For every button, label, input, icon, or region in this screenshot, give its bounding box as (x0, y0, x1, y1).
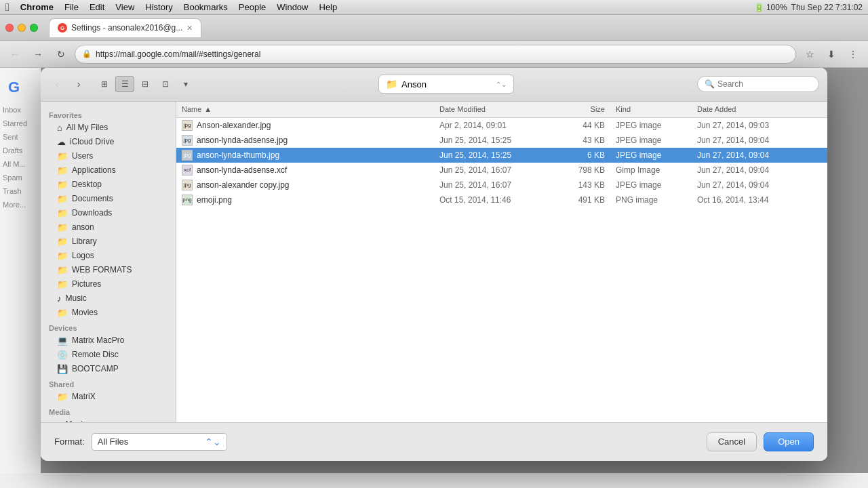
format-picker[interactable]: All Files ⌃⌄ (92, 433, 227, 451)
column-name[interactable]: Name ▲ (182, 105, 439, 113)
reload-button[interactable]: ↻ (52, 45, 71, 64)
sidebar-item-remote-disc[interactable]: 💿 Remote Disc (43, 348, 173, 362)
menu-button[interactable]: ⋮ (844, 45, 863, 64)
column-view-button[interactable]: ⊟ (136, 76, 155, 92)
sidebar-item-music[interactable]: ♪ Music (43, 291, 173, 306)
open-button[interactable]: Open (764, 432, 814, 451)
table-row[interactable]: png emoji.png Oct 15, 2014, 11:46 491 KB… (176, 192, 827, 207)
file-open-dialog: ‹ › ⊞ ☰ ⊟ ⊡ ▾ 📁 Anson ⌃⌄ (41, 68, 827, 461)
back-button[interactable]: ← (5, 45, 24, 64)
maximize-button[interactable] (30, 24, 38, 32)
menu-help[interactable]: Help (314, 2, 343, 12)
media-section-label: Media (41, 404, 176, 418)
sort-arrow-icon: ▲ (204, 105, 212, 113)
sidebar-item-movies[interactable]: 📁 Movies (43, 306, 173, 320)
cover-view-button[interactable]: ⊡ (156, 76, 175, 92)
file-thumbnail: xcf (182, 165, 193, 176)
folder-icon: 📁 (57, 265, 68, 275)
location-name: Anson (401, 79, 427, 89)
menu-people[interactable]: People (233, 2, 271, 12)
sidebar-item-label: Logos (72, 251, 94, 260)
window-controls (5, 24, 38, 32)
sidebar-item-documents[interactable]: 📁 Documents (43, 192, 173, 206)
folder-icon: 📁 (57, 308, 68, 318)
view-buttons: ⊞ ☰ ⊟ ⊡ ▾ (95, 76, 195, 92)
sidebar-item-label: Documents (72, 194, 113, 203)
table-row[interactable]: jpg Anson-alexander.jpg Apr 2, 2014, 09:… (176, 118, 827, 133)
minimize-button[interactable] (18, 24, 26, 32)
download-button[interactable]: ⬇ (822, 45, 841, 64)
table-row[interactable]: jpg anson-lynda-adsense.jpg Jun 25, 2014… (176, 133, 827, 148)
table-row[interactable]: jpg anson-alexander copy.jpg Jun 25, 201… (176, 178, 827, 192)
tab-favicon: G (58, 23, 67, 33)
menu-window[interactable]: Window (271, 2, 313, 12)
gmail-spam-label: Spam (3, 172, 38, 183)
close-button[interactable] (5, 24, 14, 32)
menu-view[interactable]: View (110, 2, 140, 12)
bookmark-button[interactable]: ☆ (800, 45, 819, 64)
sidebar-item-downloads[interactable]: 📁 Downloads (43, 206, 173, 220)
location-picker[interactable]: 📁 Anson ⌃⌄ (378, 75, 514, 94)
icon-view-button[interactable]: ⊞ (95, 76, 114, 92)
menu-edit[interactable]: Edit (84, 2, 110, 12)
tab-settings[interactable]: G Settings - ansonalex2016@g... ✕ (49, 18, 201, 37)
tab-close-button[interactable]: ✕ (186, 24, 193, 33)
sidebar-item-music-media[interactable]: ♪ Music (43, 418, 173, 422)
sidebar-item-label: Downloads (72, 208, 112, 218)
sidebar-item-matrix-shared[interactable]: 📁 MatriX (43, 390, 173, 404)
menu-chrome[interactable]: Chrome (15, 2, 59, 12)
sidebar-item-all-my-files[interactable]: ⌂ All My Files (43, 121, 173, 135)
chrome-toolbar-right: ☆ ⬇ ⋮ (800, 45, 863, 64)
drive-icon: 💾 (57, 364, 68, 374)
file-thumbnail: png (182, 195, 193, 205)
file-name: jpg anson-lynda-adsense.jpg (182, 135, 439, 146)
search-box[interactable]: 🔍 (697, 76, 819, 92)
address-bar[interactable]: 🔒 https://mail.google.com/mail/#settings… (75, 45, 796, 64)
devices-section-label: Devices (41, 320, 176, 333)
search-input[interactable] (717, 79, 812, 89)
dialog-forward-button[interactable]: › (71, 76, 87, 92)
forward-button[interactable]: → (28, 45, 47, 64)
menu-history[interactable]: History (140, 2, 178, 12)
menu-file[interactable]: File (59, 2, 84, 12)
shared-section-label: Shared (41, 376, 176, 390)
format-chevron-icon: ⌃⌄ (205, 436, 221, 447)
apple-menu[interactable]:  (5, 1, 9, 14)
sidebar-item-label: anson (72, 222, 94, 232)
macpro-icon: 💻 (57, 336, 68, 346)
sidebar-item-web-formats[interactable]: 📁 WEB FORMATS (43, 263, 173, 277)
dialog-back-button[interactable]: ‹ (49, 76, 65, 92)
sidebar-item-logos[interactable]: 📁 Logos (43, 249, 173, 263)
file-thumbnail: jpg (182, 180, 193, 190)
column-date-modified[interactable]: Date Modified (439, 105, 561, 113)
sidebar-item-label: Users (72, 151, 93, 161)
sidebar-item-matrix-macpro[interactable]: 💻 Matrix MacPro (43, 333, 173, 348)
dialog-sidebar: Favorites ⌂ All My Files ☁ iCloud Drive … (41, 102, 176, 422)
sidebar-item-applications[interactable]: 📁 Applications (43, 163, 173, 178)
location-chevron-icon: ⌃⌄ (496, 81, 507, 88)
folder-icon: 📁 (57, 151, 68, 161)
sort-button[interactable]: ▾ (176, 76, 195, 92)
menu-bookmarks[interactable]: Bookmarks (178, 2, 233, 12)
sidebar-item-anson[interactable]: 📁 anson (43, 220, 173, 235)
sidebar-item-library[interactable]: 📁 Library (43, 235, 173, 249)
column-date-added[interactable]: Date Added (697, 105, 822, 113)
sidebar-item-desktop[interactable]: 📁 Desktop (43, 178, 173, 192)
column-size[interactable]: Size (561, 105, 616, 113)
list-view-button[interactable]: ☰ (115, 76, 134, 92)
file-thumbnail: jpg (182, 150, 193, 161)
sidebar-item-bootcamp[interactable]: 💾 BOOTCAMP (43, 362, 173, 376)
file-thumbnail: jpg (182, 135, 193, 146)
music-icon: ♪ (57, 293, 62, 304)
sidebar-item-label: BOOTCAMP (72, 364, 119, 373)
column-kind[interactable]: Kind (616, 105, 697, 113)
sidebar-item-pictures[interactable]: 📁 Pictures (43, 277, 173, 291)
sidebar-item-label: Pictures (72, 279, 101, 289)
sidebar-item-users[interactable]: 📁 Users (43, 149, 173, 163)
table-row[interactable]: xcf anson-lynda-adsense.xcf Jun 25, 2014… (176, 163, 827, 178)
format-value: All Files (98, 436, 129, 447)
sidebar-item-label: Music (66, 293, 87, 303)
cancel-button[interactable]: Cancel (707, 432, 757, 451)
sidebar-item-icloud-drive[interactable]: ☁ iCloud Drive (43, 135, 173, 149)
table-row[interactable]: jpg anson-lynda-thumb.jpg Jun 25, 2014, … (176, 148, 827, 163)
